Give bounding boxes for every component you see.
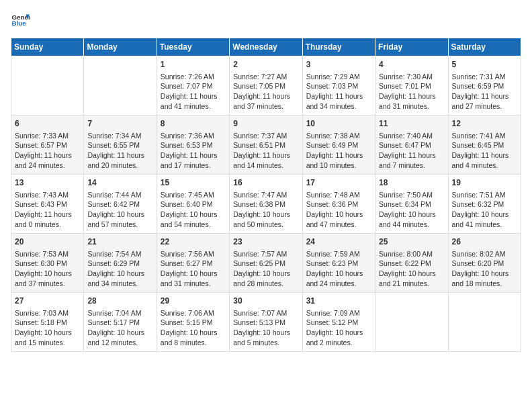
day-number: 10 [306, 118, 371, 130]
day-info: Sunrise: 7:03 AM Sunset: 5:18 PM Dayligh… [15, 308, 80, 348]
day-info: Sunrise: 7:56 AM Sunset: 6:27 PM Dayligh… [161, 249, 226, 289]
day-number: 22 [161, 236, 226, 248]
day-number: 26 [452, 236, 517, 248]
day-number: 4 [379, 59, 444, 71]
calendar-week-row: 27Sunrise: 7:03 AM Sunset: 5:18 PM Dayli… [11, 293, 521, 352]
day-number: 2 [233, 59, 298, 71]
day-number: 6 [15, 118, 80, 130]
day-number: 17 [306, 177, 371, 189]
page-header: General Blue [11, 11, 521, 30]
calendar-cell: 18Sunrise: 7:50 AM Sunset: 6:34 PM Dayli… [375, 175, 448, 234]
calendar-cell [448, 293, 521, 352]
day-info: Sunrise: 7:48 AM Sunset: 6:36 PM Dayligh… [306, 190, 371, 230]
day-info: Sunrise: 7:45 AM Sunset: 6:40 PM Dayligh… [161, 190, 226, 230]
calendar-cell: 19Sunrise: 7:51 AM Sunset: 6:32 PM Dayli… [448, 175, 521, 234]
calendar-cell [84, 56, 157, 116]
day-info: Sunrise: 7:43 AM Sunset: 6:43 PM Dayligh… [15, 190, 80, 230]
day-info: Sunrise: 7:59 AM Sunset: 6:23 PM Dayligh… [306, 249, 371, 289]
calendar-cell: 13Sunrise: 7:43 AM Sunset: 6:43 PM Dayli… [11, 175, 84, 234]
day-info: Sunrise: 7:09 AM Sunset: 5:12 PM Dayligh… [306, 308, 371, 348]
day-info: Sunrise: 7:37 AM Sunset: 6:51 PM Dayligh… [233, 131, 298, 171]
weekday-header-saturday: Saturday [448, 38, 521, 56]
day-number: 13 [15, 177, 80, 189]
day-number: 21 [87, 236, 152, 248]
day-number: 29 [161, 295, 226, 307]
calendar-cell: 3Sunrise: 7:29 AM Sunset: 7:03 PM Daylig… [302, 56, 375, 116]
calendar-cell: 8Sunrise: 7:36 AM Sunset: 6:53 PM Daylig… [157, 116, 229, 175]
day-number: 20 [15, 236, 80, 248]
day-number: 5 [452, 59, 517, 71]
day-number: 31 [306, 295, 371, 307]
calendar-week-row: 6Sunrise: 7:33 AM Sunset: 6:57 PM Daylig… [11, 116, 521, 175]
day-number: 19 [452, 177, 517, 189]
calendar-cell: 17Sunrise: 7:48 AM Sunset: 6:36 PM Dayli… [302, 175, 375, 234]
day-number: 3 [306, 59, 371, 71]
day-number: 16 [233, 177, 298, 189]
logo-icon: General Blue [11, 11, 30, 30]
day-number: 1 [161, 59, 226, 71]
calendar-week-row: 13Sunrise: 7:43 AM Sunset: 6:43 PM Dayli… [11, 175, 521, 234]
day-info: Sunrise: 7:38 AM Sunset: 6:49 PM Dayligh… [306, 131, 371, 171]
day-number: 30 [233, 295, 298, 307]
day-info: Sunrise: 7:29 AM Sunset: 7:03 PM Dayligh… [306, 72, 371, 111]
weekday-header-sunday: Sunday [11, 38, 84, 56]
calendar-cell: 25Sunrise: 8:00 AM Sunset: 6:22 PM Dayli… [375, 234, 448, 293]
calendar-cell: 15Sunrise: 7:45 AM Sunset: 6:40 PM Dayli… [157, 175, 229, 234]
calendar-cell: 23Sunrise: 7:57 AM Sunset: 6:25 PM Dayli… [230, 234, 302, 293]
day-number: 8 [161, 118, 226, 130]
day-info: Sunrise: 7:34 AM Sunset: 6:55 PM Dayligh… [87, 131, 152, 171]
calendar-cell: 31Sunrise: 7:09 AM Sunset: 5:12 PM Dayli… [302, 293, 375, 352]
calendar-table: SundayMondayTuesdayWednesdayThursdayFrid… [11, 38, 521, 352]
calendar-cell: 2Sunrise: 7:27 AM Sunset: 7:05 PM Daylig… [230, 56, 302, 116]
day-info: Sunrise: 7:26 AM Sunset: 7:07 PM Dayligh… [161, 72, 226, 111]
calendar-cell: 22Sunrise: 7:56 AM Sunset: 6:27 PM Dayli… [157, 234, 229, 293]
calendar-week-row: 1Sunrise: 7:26 AM Sunset: 7:07 PM Daylig… [11, 56, 521, 116]
day-info: Sunrise: 7:40 AM Sunset: 6:47 PM Dayligh… [379, 131, 444, 171]
calendar-cell: 10Sunrise: 7:38 AM Sunset: 6:49 PM Dayli… [302, 116, 375, 175]
day-number: 14 [87, 177, 152, 189]
calendar-cell: 28Sunrise: 7:04 AM Sunset: 5:17 PM Dayli… [84, 293, 157, 352]
weekday-header-thursday: Thursday [302, 38, 375, 56]
calendar-cell: 20Sunrise: 7:53 AM Sunset: 6:30 PM Dayli… [11, 234, 84, 293]
calendar-cell: 6Sunrise: 7:33 AM Sunset: 6:57 PM Daylig… [11, 116, 84, 175]
calendar-cell: 24Sunrise: 7:59 AM Sunset: 6:23 PM Dayli… [302, 234, 375, 293]
day-number: 27 [15, 295, 80, 307]
day-info: Sunrise: 7:41 AM Sunset: 6:45 PM Dayligh… [452, 131, 517, 171]
day-number: 12 [452, 118, 517, 130]
calendar-week-row: 20Sunrise: 7:53 AM Sunset: 6:30 PM Dayli… [11, 234, 521, 293]
svg-text:Blue: Blue [11, 19, 26, 27]
logo: General Blue [11, 11, 30, 30]
day-number: 9 [233, 118, 298, 130]
calendar-cell: 12Sunrise: 7:41 AM Sunset: 6:45 PM Dayli… [448, 116, 521, 175]
calendar-cell: 29Sunrise: 7:06 AM Sunset: 5:15 PM Dayli… [157, 293, 229, 352]
day-number: 11 [379, 118, 444, 130]
day-number: 24 [306, 236, 371, 248]
day-info: Sunrise: 7:27 AM Sunset: 7:05 PM Dayligh… [233, 72, 298, 111]
calendar-cell: 5Sunrise: 7:31 AM Sunset: 6:59 PM Daylig… [448, 56, 521, 116]
calendar-cell [375, 293, 448, 352]
day-info: Sunrise: 7:57 AM Sunset: 6:25 PM Dayligh… [233, 249, 298, 289]
calendar-cell: 4Sunrise: 7:30 AM Sunset: 7:01 PM Daylig… [375, 56, 448, 116]
weekday-header-tuesday: Tuesday [157, 38, 229, 56]
day-info: Sunrise: 7:06 AM Sunset: 5:15 PM Dayligh… [161, 308, 226, 348]
day-info: Sunrise: 7:31 AM Sunset: 6:59 PM Dayligh… [452, 72, 517, 111]
day-number: 18 [379, 177, 444, 189]
day-info: Sunrise: 7:44 AM Sunset: 6:42 PM Dayligh… [87, 190, 152, 230]
day-info: Sunrise: 7:33 AM Sunset: 6:57 PM Dayligh… [15, 131, 80, 171]
calendar-cell: 16Sunrise: 7:47 AM Sunset: 6:38 PM Dayli… [230, 175, 302, 234]
day-info: Sunrise: 8:00 AM Sunset: 6:22 PM Dayligh… [379, 249, 444, 289]
weekday-header-friday: Friday [375, 38, 448, 56]
day-info: Sunrise: 7:30 AM Sunset: 7:01 PM Dayligh… [379, 72, 444, 111]
day-number: 23 [233, 236, 298, 248]
calendar-cell: 7Sunrise: 7:34 AM Sunset: 6:55 PM Daylig… [84, 116, 157, 175]
calendar-cell: 1Sunrise: 7:26 AM Sunset: 7:07 PM Daylig… [157, 56, 229, 116]
day-info: Sunrise: 7:04 AM Sunset: 5:17 PM Dayligh… [87, 308, 152, 348]
day-number: 7 [87, 118, 152, 130]
calendar-cell: 27Sunrise: 7:03 AM Sunset: 5:18 PM Dayli… [11, 293, 84, 352]
day-number: 28 [87, 295, 152, 307]
day-info: Sunrise: 7:54 AM Sunset: 6:29 PM Dayligh… [87, 249, 152, 289]
day-number: 25 [379, 236, 444, 248]
day-info: Sunrise: 7:07 AM Sunset: 5:13 PM Dayligh… [233, 308, 298, 348]
day-info: Sunrise: 7:36 AM Sunset: 6:53 PM Dayligh… [161, 131, 226, 171]
day-number: 15 [161, 177, 226, 189]
